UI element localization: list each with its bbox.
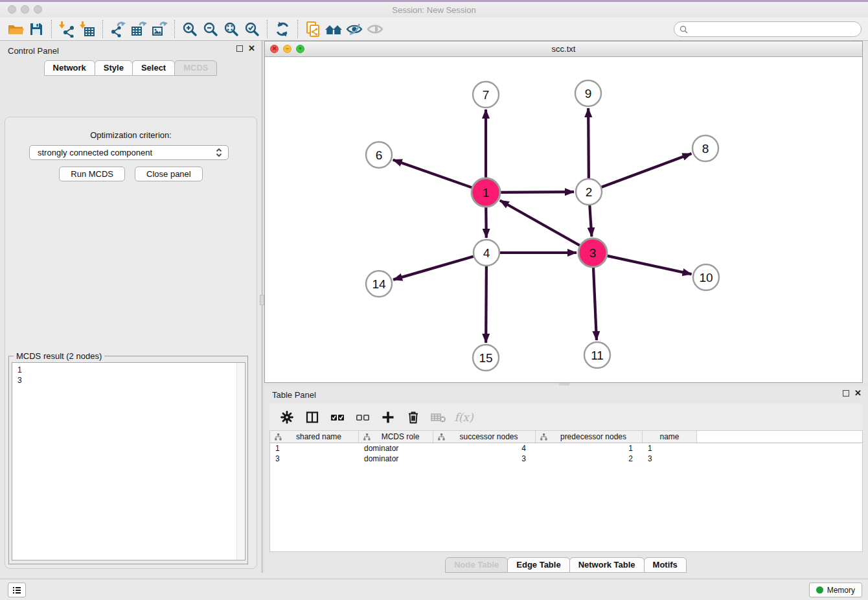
tab-node-table[interactable]: Node Table (445, 557, 508, 573)
node-8[interactable]: 8 (692, 135, 718, 161)
zoom-selected-icon[interactable] (242, 19, 262, 39)
node-11[interactable]: 11 (584, 342, 610, 368)
column-header-name[interactable]: name (643, 431, 697, 443)
run-mcds-button[interactable]: Run MCDS (59, 167, 125, 181)
result-scrollbar[interactable] (236, 363, 245, 560)
edge-3-10[interactable] (607, 256, 691, 274)
edge-2-3[interactable] (589, 205, 591, 237)
svg-text:2: 2 (586, 185, 593, 199)
float-panel-icon[interactable] (843, 390, 849, 397)
cell-mcds-role: dominator (359, 444, 433, 453)
close-panel-button[interactable]: Close panel (135, 167, 203, 181)
close-panel-icon[interactable]: ✕ (854, 390, 862, 397)
hide-selected-icon[interactable] (344, 19, 365, 39)
refresh-icon[interactable] (272, 19, 293, 39)
edge-1-6[interactable] (393, 160, 472, 188)
network-canvas[interactable]: 7968124314101511 (265, 57, 862, 382)
memory-button[interactable]: Memory (809, 583, 862, 597)
tab-edge-table[interactable]: Edge Table (507, 557, 569, 573)
list-item[interactable]: 1 (12, 365, 245, 375)
add-column-icon[interactable] (378, 408, 398, 427)
tab-network[interactable]: Network (44, 60, 95, 76)
close-panel-icon[interactable]: ✕ (248, 45, 255, 52)
function-builder-icon[interactable]: f(x) (454, 408, 474, 427)
attribute-type-icon (438, 433, 445, 441)
list-item[interactable]: 3 (12, 375, 245, 386)
open-session-icon[interactable] (5, 19, 26, 39)
node-4[interactable]: 4 (474, 240, 499, 266)
edge-1-4[interactable] (486, 207, 486, 238)
cell-successor-nodes: 3 (433, 454, 536, 463)
export-image-icon[interactable] (149, 19, 170, 39)
node-table: shared name MCDS role successor nodes pr… (269, 431, 863, 552)
splitter-grip[interactable] (260, 295, 264, 305)
table-row[interactable]: 3 dominator 3 2 3 (270, 454, 862, 464)
edge-1-2[interactable] (501, 192, 574, 192)
table-settings-icon[interactable] (277, 408, 297, 427)
edge-2-9[interactable] (588, 108, 589, 178)
search-input[interactable] (691, 25, 856, 34)
tab-mcds[interactable]: MCDS (174, 60, 217, 76)
control-panel-title: Control Panel (8, 46, 59, 56)
svg-text:10: 10 (699, 271, 713, 284)
window-close-button[interactable] (8, 5, 16, 14)
control-panel: Control Panel ✕ Network Style Select MCD… (0, 41, 262, 573)
edge-4-15[interactable] (486, 266, 486, 343)
column-header-shared-name[interactable]: shared name (270, 431, 359, 443)
node-3[interactable]: 3 (578, 238, 607, 267)
frame-close-button[interactable]: ✕ (270, 45, 279, 53)
float-panel-icon[interactable] (236, 45, 243, 52)
first-neighbors-icon[interactable] (323, 19, 344, 39)
node-7[interactable]: 7 (473, 82, 499, 108)
zoom-in-icon[interactable] (179, 19, 200, 39)
export-network-icon[interactable] (108, 19, 128, 39)
table-row[interactable]: 1 dominator 4 1 1 (270, 443, 862, 454)
delete-table-icon[interactable] (429, 408, 448, 427)
edge-3-1[interactable] (500, 200, 580, 245)
edge-2-8[interactable] (602, 154, 692, 187)
window-minimize-button[interactable] (21, 5, 29, 14)
list-icon (12, 585, 22, 595)
edge-4-14[interactable] (393, 257, 474, 280)
task-history-button[interactable] (8, 583, 26, 597)
select-all-columns-icon[interactable] (328, 408, 347, 427)
node-15[interactable]: 15 (473, 345, 499, 371)
new-network-from-selection-icon[interactable] (303, 19, 323, 39)
attribute-type-icon (363, 433, 371, 441)
edge-3-11[interactable] (593, 268, 597, 340)
node-9[interactable]: 9 (575, 80, 601, 106)
import-table-icon[interactable] (77, 19, 98, 39)
criterion-select[interactable]: strongly connected component (29, 145, 229, 160)
column-visibility-icon[interactable] (303, 408, 322, 427)
zoom-fit-icon[interactable] (221, 19, 242, 39)
deselect-all-columns-icon[interactable] (353, 408, 372, 427)
node-14[interactable]: 14 (366, 271, 392, 297)
network-frame-titlebar: ✕ − + scc.txt (265, 41, 862, 57)
column-header-mcds-role[interactable]: MCDS role (359, 431, 433, 443)
column-header-successor-nodes[interactable]: successor nodes (433, 431, 536, 443)
memory-status-icon (816, 586, 823, 594)
export-table-icon[interactable] (128, 19, 149, 39)
node-6[interactable]: 6 (366, 142, 392, 168)
import-network-icon[interactable] (56, 19, 77, 39)
delete-columns-icon[interactable] (404, 408, 423, 427)
frame-maximize-button[interactable]: + (296, 45, 304, 53)
show-all-icon[interactable] (365, 19, 385, 39)
mcds-result-list[interactable]: 1 3 (12, 362, 246, 560)
node-10[interactable]: 10 (693, 264, 719, 290)
save-session-icon[interactable] (26, 19, 47, 39)
svg-text:3: 3 (589, 246, 597, 260)
zoom-out-icon[interactable] (200, 19, 221, 39)
node-1[interactable]: 1 (472, 178, 500, 207)
cell-predecessor-nodes: 1 (536, 444, 643, 453)
tab-motifs[interactable]: Motifs (644, 557, 687, 573)
tab-select[interactable]: Select (132, 60, 175, 76)
window-title: Session: New Session (0, 5, 868, 15)
frame-minimize-button[interactable]: − (283, 45, 291, 53)
search-box[interactable] (674, 21, 862, 37)
column-header-predecessor-nodes[interactable]: predecessor nodes (536, 431, 643, 443)
window-zoom-button[interactable] (34, 5, 42, 14)
tab-network-table[interactable]: Network Table (569, 557, 645, 573)
tab-style[interactable]: Style (95, 60, 133, 76)
node-2[interactable]: 2 (576, 179, 602, 205)
